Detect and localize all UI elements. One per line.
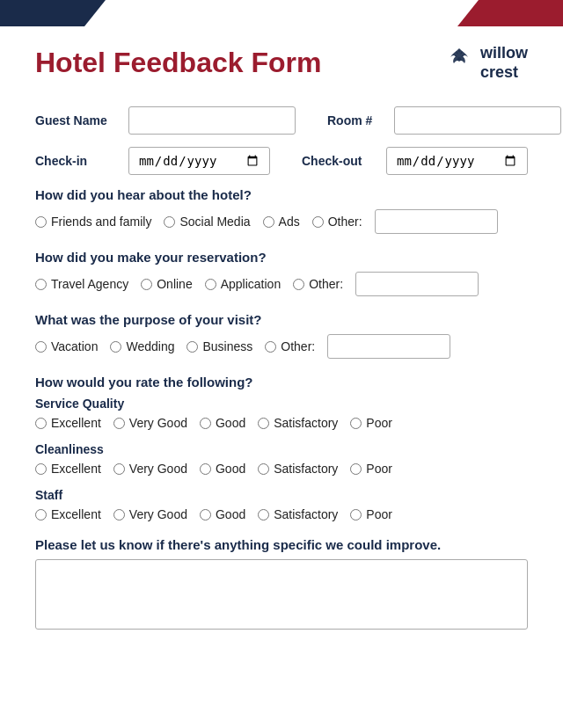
reservation-section: How did you make your reservation? Trave… [35,250,528,296]
sq-option-excellent[interactable]: Excellent [35,416,101,430]
checkin-checkout-row: Check-in Check-out [35,147,528,175]
form-title: Hotel Feedback Form [35,47,321,78]
reservation-radio-other[interactable] [293,279,304,290]
purpose-question: What was the purpose of your visit? [35,312,528,327]
purpose-label-wedding: Wedding [126,339,174,353]
sq-option-satisfactory[interactable]: Satisfactory [258,416,338,430]
purpose-options: Vacation Wedding Business Other: [35,334,528,359]
guest-name-label: Guest Name [35,113,114,127]
checkout-input[interactable] [386,147,528,175]
staff-options: Excellent Very Good Good Satisfactory Po… [35,507,528,521]
purpose-radio-other[interactable] [265,341,276,353]
hear-option-other[interactable]: Other: [312,215,362,229]
corner-decoration-right [457,0,563,26]
service-quality-category: Service Quality Excellent Very Good Good… [35,397,528,430]
st-option-poor[interactable]: Poor [350,507,392,521]
hear-option-friends[interactable]: Friends and family [35,215,151,229]
purpose-option-vacation[interactable]: Vacation [35,339,98,353]
st-option-good[interactable]: Good [200,507,245,521]
room-label: Room # [327,113,380,127]
reservation-label-online: Online [157,277,192,291]
staff-category: Staff Excellent Very Good Good Satisfact… [35,488,528,521]
reservation-option-online[interactable]: Online [141,277,192,291]
hear-radio-ads[interactable] [263,216,274,228]
logo-line1: willow [480,44,528,63]
hear-option-ads[interactable]: Ads [263,215,300,229]
hear-label-ads: Ads [279,215,300,229]
guest-name-input[interactable] [128,106,296,135]
reservation-label-other: Other: [309,277,343,291]
logo-line2: crest [480,63,528,83]
purpose-radio-wedding[interactable] [110,341,121,353]
reservation-label-app: Application [221,277,282,291]
svg-point-0 [457,57,461,61]
room-input[interactable] [394,106,561,135]
cl-option-satisfactory[interactable]: Satisfactory [258,462,338,476]
purpose-option-business[interactable]: Business [186,339,252,353]
rating-section: How would you rate the following? Servic… [35,375,528,521]
cleanliness-category: Cleanliness Excellent Very Good Good Sat… [35,442,528,476]
reservation-radio-online[interactable] [141,279,152,290]
reservation-option-travel[interactable]: Travel Agency [35,277,128,291]
hear-radio-social[interactable] [164,216,175,228]
reservation-label-travel: Travel Agency [51,277,128,291]
hear-option-social[interactable]: Social Media [164,215,250,229]
reservation-question: How did you make your reservation? [35,250,528,265]
st-option-satisfactory[interactable]: Satisfactory [258,507,338,521]
improve-textarea[interactable] [35,559,528,630]
sq-option-poor[interactable]: Poor [350,416,392,430]
purpose-other-input[interactable] [327,334,450,359]
sq-option-verygood[interactable]: Very Good [113,416,187,430]
cleanliness-options: Excellent Very Good Good Satisfactory Po… [35,462,528,476]
improve-section: Please let us know if there's anything s… [35,537,528,633]
cl-option-verygood[interactable]: Very Good [113,462,187,476]
purpose-radio-business[interactable] [186,341,198,353]
hear-radio-other[interactable] [312,216,324,228]
hear-radio-friends[interactable] [35,216,47,228]
purpose-label-other: Other: [281,339,315,353]
cl-option-good[interactable]: Good [200,462,245,476]
cl-option-excellent[interactable]: Excellent [35,462,101,476]
logo: willow crest [443,44,528,82]
logo-text: willow crest [480,44,528,82]
st-option-verygood[interactable]: Very Good [113,507,187,521]
reservation-option-app[interactable]: Application [205,277,282,291]
purpose-option-other[interactable]: Other: [265,339,315,353]
service-quality-label: Service Quality [35,397,528,411]
page: Hotel Feedback Form willow crest [0,0,563,728]
purpose-label-vacation: Vacation [51,339,98,353]
reservation-radio-app[interactable] [205,279,216,290]
checkout-label: Check-out [302,154,372,168]
st-option-excellent[interactable]: Excellent [35,507,101,521]
checkin-input[interactable] [128,147,270,175]
purpose-section: What was the purpose of your visit? Vaca… [35,312,528,359]
purpose-option-wedding[interactable]: Wedding [110,339,174,353]
header: Hotel Feedback Form willow crest [35,44,528,82]
purpose-label-business: Business [202,339,252,353]
guest-room-row: Guest Name Room # [35,106,528,135]
purpose-radio-vacation[interactable] [35,341,47,353]
cleanliness-label: Cleanliness [35,442,528,456]
reservation-radio-travel[interactable] [35,279,47,290]
improve-question: Please let us know if there's anything s… [35,537,528,552]
sq-option-good[interactable]: Good [200,416,245,430]
checkin-label: Check-in [35,154,114,168]
service-quality-options: Excellent Very Good Good Satisfactory Po… [35,416,528,430]
logo-icon [443,45,475,82]
rate-question: How would you rate the following? [35,375,528,389]
hear-other-input[interactable] [375,209,498,234]
reservation-other-input[interactable] [355,272,479,296]
reservation-option-other[interactable]: Other: [293,277,343,291]
reservation-options: Travel Agency Online Application Other: [35,272,528,296]
hear-label-social: Social Media [179,215,250,229]
cl-option-poor[interactable]: Poor [350,462,392,476]
hear-label-friends: Friends and family [51,215,151,229]
hear-options: Friends and family Social Media Ads Othe… [35,209,528,234]
hear-question: How did you hear about the hotel? [35,187,528,202]
staff-label: Staff [35,488,528,502]
hear-section: How did you hear about the hotel? Friend… [35,187,528,234]
hear-label-other: Other: [328,215,362,229]
